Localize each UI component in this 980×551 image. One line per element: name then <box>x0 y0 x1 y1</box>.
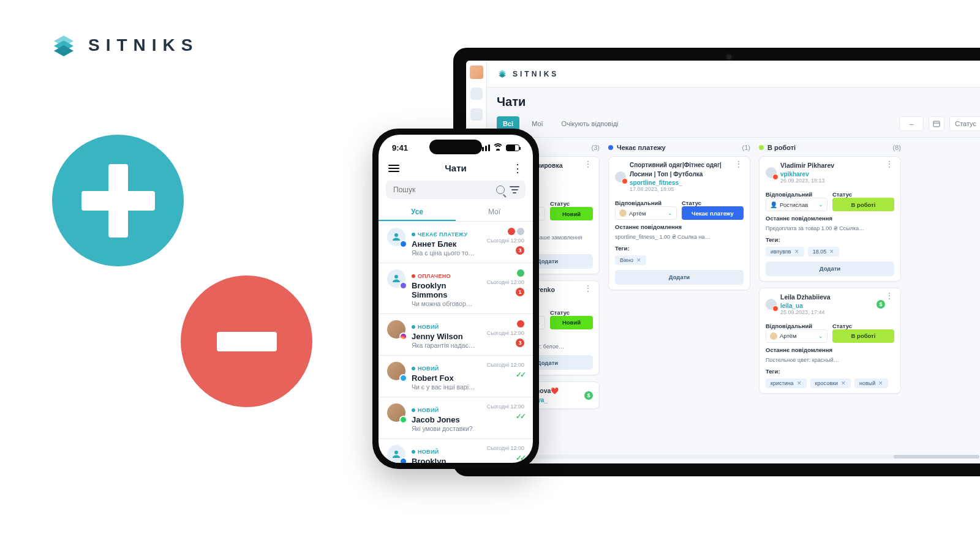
close-icon[interactable]: ✕ <box>841 380 846 386</box>
resp-select[interactable]: Артём⌄ <box>766 329 827 343</box>
chat-name: Brooklyn Simmons <box>412 457 475 463</box>
last-label: Останнє повідомлення <box>766 347 894 353</box>
rail-item-1[interactable] <box>470 88 483 100</box>
kebab-icon[interactable]: ⋮ <box>584 286 593 291</box>
source-fb-icon <box>399 457 407 463</box>
card-sportline[interactable]: ⋮ Спортивний одяг|Фітнес одяг| Лосини | … <box>608 156 750 290</box>
unread-badge: 1 <box>516 288 524 296</box>
column-dot-icon <box>759 145 764 150</box>
read-ticks-icon: ✓✓ <box>516 370 524 379</box>
last-text: Предоплата за товар 1.00 ₴ Ссылка… <box>766 225 894 233</box>
status-pill[interactable]: Новий <box>550 316 593 329</box>
kebab-icon[interactable]: ⋮ <box>584 162 593 167</box>
card-pikharev[interactable]: ⋮ Vladimir Pikharev vpikharev 26.09.2023… <box>759 156 901 282</box>
resp-label: Відповідальний <box>615 200 677 206</box>
phone-tab-mine[interactable]: Мої <box>456 204 533 221</box>
card-date: 25.09.2023, 17:44 <box>780 309 873 315</box>
clock: 9:41 <box>392 143 408 152</box>
status-pill[interactable]: Чекає платежу <box>682 206 744 220</box>
chat-row[interactable]: ЧЕКАЄ ПЛАТЕЖУАннет БлекЯка є ціна цього … <box>379 222 533 263</box>
chat-status-tag: ЧЕКАЄ ПЛАТЕЖУ <box>412 231 467 238</box>
avatar <box>766 167 777 178</box>
wifi-icon <box>494 144 502 151</box>
tag-chip[interactable]: новый✕ <box>854 378 888 388</box>
chat-row[interactable]: НОВИЙRobert FoxЧи є у вас інші варіанти … <box>379 356 533 397</box>
main-tabs: Всі Мої Очікують відповіді – Статус <box>487 113 980 138</box>
card-leila[interactable]: ⋮ Leila Dzhabiieva leila_ua 25.09.2023, … <box>759 288 901 394</box>
chat-avatar <box>387 320 405 339</box>
card-date: 17.08.2023, 18:05 <box>630 186 722 192</box>
filter-status[interactable]: Статус <box>949 116 980 131</box>
column-count: (3) <box>592 144 600 151</box>
hamburger-icon[interactable] <box>388 165 399 172</box>
chat-preview: Чи є у вас інші варіанти цього товару? <box>412 383 475 391</box>
chat-name: Аннет Блек <box>412 239 475 249</box>
status-pill[interactable]: В роботі <box>832 329 894 343</box>
kebab-icon[interactable]: ⋮ <box>885 162 894 167</box>
add-button[interactable]: Додати <box>615 270 744 285</box>
status-pill[interactable]: В роботі <box>832 198 894 211</box>
tab-mine[interactable]: Мої <box>526 116 549 131</box>
money-badge: $ <box>876 300 885 309</box>
kebab-icon[interactable]: ⋮ <box>512 165 523 171</box>
webcam-icon <box>726 54 731 59</box>
chat-row[interactable]: НОВИЙBrooklyn SimmonsЧи можна повернути … <box>379 439 533 463</box>
filter-icon[interactable] <box>510 186 519 193</box>
tag-chip[interactable]: 18.05✕ <box>808 247 840 257</box>
card-handle[interactable]: vpikharev <box>780 171 834 178</box>
tag-chip[interactable]: ивпувпв✕ <box>766 247 804 257</box>
chat-time: Сьогодні 12:00 <box>487 445 524 451</box>
status-label: Статус <box>832 191 894 198</box>
rail-avatar[interactable] <box>470 66 483 79</box>
search-bar[interactable] <box>386 181 526 199</box>
status-pill[interactable]: Новий <box>550 207 593 220</box>
close-icon[interactable]: ✕ <box>829 249 834 255</box>
chat-time: Сьогодні 12:00 <box>487 238 524 244</box>
logo-mark-icon <box>50 32 77 59</box>
calendar-icon[interactable] <box>929 116 944 131</box>
search-input[interactable] <box>392 185 491 195</box>
search-icon[interactable] <box>496 186 505 194</box>
column-awaiting-payment: Чекає платежу(1) ⋮ Спортивний одяг|Фітне… <box>608 144 750 457</box>
avatar <box>615 171 626 182</box>
chat-name: Jenny Wilson <box>412 332 475 341</box>
resp-label: Відповідальний <box>766 191 827 198</box>
tag-chip[interactable]: кросовки✕ <box>810 378 851 388</box>
source-wa-icon <box>399 416 407 424</box>
h-scrollbar[interactable] <box>478 455 979 459</box>
column-in-progress: В роботі(8) ⋮ Vladimir Pikharev vpikhare… <box>759 144 901 457</box>
tag-chip[interactable]: кристина✕ <box>766 378 807 388</box>
chat-status-tag: ОПЛАЧЕНО <box>412 273 451 279</box>
kebab-icon[interactable]: ⋮ <box>885 293 894 298</box>
chat-name: Robert Fox <box>412 373 475 383</box>
resp-select[interactable]: Артём⌄ <box>615 206 677 220</box>
kebab-icon[interactable]: ⋮ <box>734 162 744 167</box>
tab-await-reply[interactable]: Очікують відповіді <box>556 116 625 131</box>
filter-dash[interactable]: – <box>899 116 924 131</box>
phone-tab-all[interactable]: Усе <box>379 204 456 221</box>
column-count: (8) <box>893 144 901 151</box>
add-button[interactable]: Додати <box>766 261 894 276</box>
resp-select[interactable]: 👤Ростислав⌄ <box>766 198 827 211</box>
chat-status-tag: НОВИЙ <box>412 449 439 455</box>
chat-row[interactable]: НОВИЙJenny WilsonЯка гарантія надається … <box>379 314 533 355</box>
tag-chip[interactable]: Вікно✕ <box>615 255 646 265</box>
chat-avatar <box>387 445 405 463</box>
resp-label: Відповідальний <box>766 323 827 329</box>
close-icon[interactable]: ✕ <box>878 380 883 386</box>
column-dot-icon <box>608 145 613 150</box>
chat-row[interactable]: НОВИЙJacob JonesЯкі умови доставки?Сього… <box>379 397 533 438</box>
chat-row[interactable]: ОПЛАЧЕНОBrooklyn SimmonsЧи можна обговор… <box>379 263 533 313</box>
svg-rect-6 <box>933 121 940 127</box>
rail-item-2[interactable] <box>470 108 483 121</box>
status-dots <box>517 320 524 328</box>
card-handle[interactable]: leila_ua <box>780 302 873 309</box>
close-icon[interactable]: ✕ <box>797 380 802 386</box>
notch-icon <box>429 140 482 154</box>
chat-time: Сьогодні 12:00 <box>487 330 524 336</box>
money-badge: $ <box>584 391 593 400</box>
close-icon[interactable]: ✕ <box>636 257 641 263</box>
close-icon[interactable]: ✕ <box>794 249 799 255</box>
card-handle[interactable]: sportline_fitness_ <box>630 179 722 186</box>
tags-label: Теги: <box>766 368 894 375</box>
